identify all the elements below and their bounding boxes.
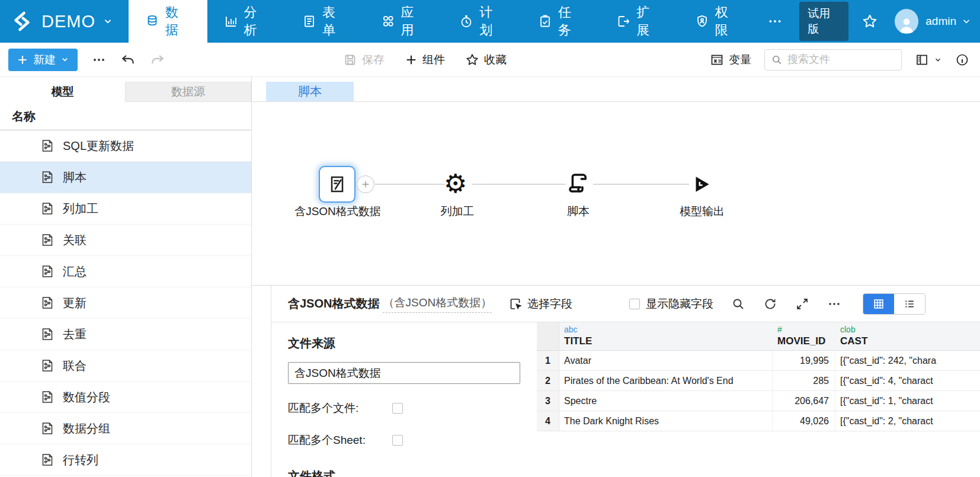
more-icon[interactable]	[827, 297, 841, 311]
list-view-button[interactable]	[894, 294, 925, 314]
model-canvas[interactable]: ⚙ 含JSON格式数据 列加工 脚本 模型输出	[252, 102, 980, 285]
refresh-icon[interactable]	[763, 297, 777, 311]
nav-item-analysis[interactable]: 分析	[207, 0, 286, 43]
search-icon[interactable]	[731, 297, 745, 311]
table-row[interactable]: 1 Avatar 19,995 [{"cast_id": 242, "chara	[537, 351, 980, 371]
database-icon	[145, 14, 159, 28]
sidebar-item-data-grouping[interactable]: 数据分组	[0, 413, 251, 444]
match-sheets-checkbox[interactable]	[392, 435, 403, 446]
select-fields-icon	[508, 297, 523, 311]
toolbar: 新建 保存 组件	[0, 43, 980, 77]
chevron-down-icon[interactable]	[961, 16, 972, 27]
sidebar-item-sql-update[interactable]: SQL更新数据	[0, 130, 251, 162]
sidebar: 模型 数据源 名称 SQL更新数据 脚本 列加工 关联 汇总 更新	[0, 77, 252, 477]
column-name: TITLE	[564, 335, 768, 347]
scroll-icon	[566, 171, 591, 196]
tab-datasource[interactable]: 数据源	[125, 82, 251, 102]
sidebar-item-label: SQL更新数据	[63, 138, 134, 154]
view-toggle	[863, 293, 925, 315]
tasks-icon	[538, 14, 552, 28]
select-fields-button[interactable]: 选择字段	[508, 296, 572, 312]
sidebar-item-script[interactable]: 脚本	[0, 162, 251, 193]
model-node-icon	[40, 139, 55, 153]
plus-icon	[17, 54, 28, 66]
add-component-button[interactable]: 组件	[405, 52, 445, 68]
panel-body: 文件来源 匹配多个文件: 匹配多个Sheet: 文件格式	[271, 322, 980, 477]
redo-icon[interactable]	[150, 52, 165, 68]
clock-icon	[459, 14, 473, 28]
nav-item-apps[interactable]: 应用	[364, 0, 443, 43]
sidebar-item-label: 联合	[63, 358, 87, 374]
sidebar-item-union[interactable]: 联合	[0, 350, 251, 382]
node-label: 脚本	[537, 204, 620, 219]
panel-layout-icon	[915, 53, 929, 67]
show-hidden-checkbox[interactable]	[629, 299, 640, 309]
cell-cast: [{"cast_id": 242, "chara	[835, 351, 980, 370]
sidebar-item-update[interactable]: 更新	[0, 287, 251, 319]
detail-panel-content: 含JSON格式数据 （含JSON格式数据） 选择字段	[271, 286, 980, 477]
sidebar-tabs: 模型 数据源	[0, 82, 251, 102]
file-search[interactable]	[764, 49, 902, 71]
sidebar-item-numeric-binning[interactable]: 数值分段	[0, 382, 251, 413]
model-node-icon	[40, 233, 55, 247]
info-icon[interactable]	[955, 53, 969, 67]
add-node-button[interactable]	[357, 175, 374, 193]
show-hidden-toggle[interactable]: 显示隐藏字段	[629, 296, 713, 312]
file-source-input[interactable]	[288, 362, 520, 384]
table-row[interactable]: 4 The Dark Knight Rises 49,026 [{"cast_i…	[537, 411, 980, 431]
sidebar-item-row-to-column[interactable]: 行转列	[0, 444, 251, 476]
nav-item-tasks[interactable]: 任务	[521, 0, 600, 43]
save-button[interactable]: 保存	[343, 52, 385, 68]
grid-view-button[interactable]	[863, 294, 894, 314]
search-input[interactable]	[787, 53, 882, 66]
node-script[interactable]	[566, 171, 591, 196]
table-row[interactable]: 2 Pirates of the Caribbean: At World's E…	[537, 371, 980, 391]
search-icon	[771, 54, 783, 66]
nav-item-data[interactable]: 数据	[129, 0, 207, 43]
favorite-button[interactable]: 收藏	[465, 52, 507, 68]
nav-item-permissions[interactable]: 权限	[678, 0, 757, 43]
tab-model[interactable]: 模型	[0, 82, 125, 102]
more-icon[interactable]	[757, 14, 793, 29]
table-row[interactable]: 3 Spectre 206,647 [{"cast_id": 1, "chara…	[537, 391, 980, 411]
edge-connector	[472, 184, 566, 185]
sidebar-item-column-processing[interactable]: 列加工	[0, 193, 251, 225]
panel-subtitle: （含JSON格式数据）	[383, 295, 492, 313]
node-model-output[interactable]	[690, 173, 713, 196]
detail-panel: 含JSON格式数据 （含JSON格式数据） 选择字段	[252, 285, 980, 477]
nav-item-forms[interactable]: 表单	[286, 0, 364, 43]
sidebar-item-label: 去重	[63, 326, 87, 342]
layout-toggle-button[interactable]	[915, 53, 942, 67]
sidebar-item-join[interactable]: 关联	[0, 225, 251, 256]
nav-item-plans[interactable]: 计划	[443, 0, 521, 43]
node-label: 含JSON格式数据	[278, 204, 397, 219]
tab-script[interactable]: 脚本	[266, 82, 354, 101]
avatar[interactable]	[895, 9, 918, 34]
nav-item-label: 应用	[401, 4, 427, 39]
new-button[interactable]: 新建	[8, 49, 78, 71]
trial-badge[interactable]: 试用版	[799, 2, 848, 41]
star-icon[interactable]	[861, 13, 878, 30]
brand[interactable]: DEMO	[0, 0, 129, 43]
sidebar-item-aggregate[interactable]: 汇总	[0, 256, 251, 287]
cell-title: Avatar	[559, 351, 773, 370]
expand-icon[interactable]	[795, 297, 809, 311]
chevron-down-icon	[103, 16, 113, 27]
user-name[interactable]: admin	[925, 15, 956, 28]
variables-button[interactable]: 变量	[710, 52, 751, 68]
column-header-title[interactable]: abc TITLE	[559, 322, 773, 350]
nav-item-extensions[interactable]: 扩展	[600, 0, 678, 43]
column-header-movie-id[interactable]: # MOVIE_ID	[773, 322, 835, 350]
column-header-cast[interactable]: clob CAST	[835, 322, 980, 350]
cell-title: Pirates of the Caribbean: At World's End	[559, 371, 773, 390]
sidebar-item-dedupe[interactable]: 去重	[0, 319, 251, 350]
more-icon[interactable]	[92, 53, 106, 67]
undo-icon[interactable]	[120, 52, 136, 68]
brand-name: DEMO	[41, 12, 95, 31]
star-icon	[465, 53, 479, 67]
node-column-processing[interactable]: ⚙	[444, 171, 467, 197]
column-name: CAST	[840, 335, 975, 347]
match-files-checkbox[interactable]	[392, 403, 403, 414]
node-label: 列加工	[416, 204, 499, 219]
node-json-source[interactable]	[319, 166, 356, 203]
